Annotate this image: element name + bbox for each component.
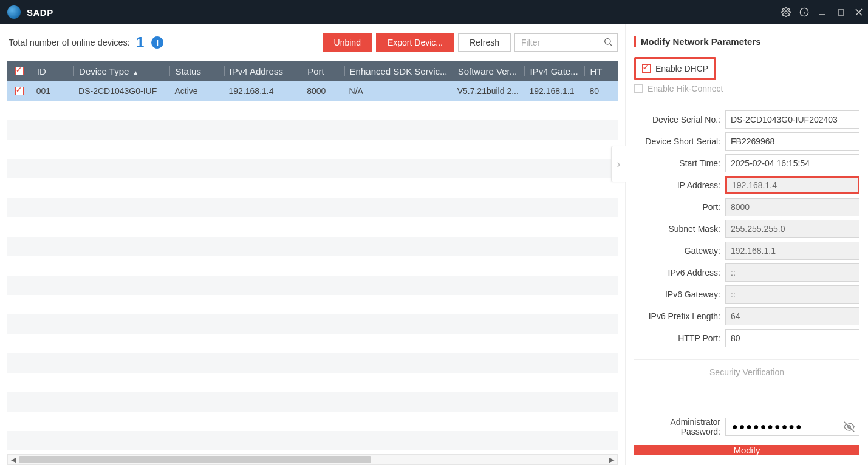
field-serial[interactable]: DS-2CD1043G0-IUF202403 [725, 110, 859, 129]
field-ipv6gw[interactable]: :: [725, 285, 859, 304]
label-port: Port: [634, 202, 725, 212]
empty-rows [7, 101, 618, 450]
label-ip: IP Address: [634, 180, 725, 190]
cell-gateway: 192.168.1.1 [524, 86, 584, 96]
enable-dhcp-label: Enable DHCP [655, 64, 708, 73]
row-checkbox[interactable] [7, 87, 32, 95]
header-sdk[interactable]: Enhanced SDK Servic... [344, 66, 453, 76]
enable-hik-checkbox[interactable] [634, 84, 643, 93]
scroll-thumb[interactable] [19, 456, 371, 463]
field-ipv6addr[interactable]: :: [725, 263, 859, 282]
security-verification-label: Security Verification [634, 359, 859, 377]
cell-sdk: N/A [344, 86, 453, 96]
table-header: ID Device Type▲ Status IPv4 Address Port… [7, 61, 618, 81]
horizontal-scrollbar[interactable]: ◀ ▶ [7, 454, 618, 465]
svg-rect-5 [838, 10, 844, 15]
cell-status: Active [169, 86, 224, 96]
admin-password-input[interactable] [725, 418, 859, 436]
modify-button[interactable]: Modify [634, 445, 859, 455]
modify-network-panel: Modify Network Parameters Enable DHCP En… [625, 24, 868, 465]
field-gateway[interactable]: 192.168.1.1 [725, 242, 859, 260]
app-title: SADP [27, 7, 53, 18]
minimize-icon[interactable] [813, 0, 832, 24]
table-row[interactable]: 001 DS-2CD1043G0-IUF Active 192.168.1.4 … [7, 81, 618, 101]
label-subnet: Subnet Mask: [634, 224, 725, 234]
toggle-password-visibility-icon[interactable] [844, 421, 855, 435]
scroll-left-icon[interactable]: ◀ [8, 456, 19, 464]
svg-line-9 [610, 44, 612, 46]
app-logo-icon [7, 5, 21, 19]
cell-ipv4: 192.168.1.4 [224, 86, 302, 96]
label-short-serial: Device Short Serial: [634, 137, 725, 146]
label-admin-password: Administrator Password: [634, 417, 725, 436]
header-ipv4[interactable]: IPv4 Address [224, 66, 302, 76]
cell-http: 80 [584, 86, 618, 96]
scroll-right-icon[interactable]: ▶ [606, 456, 617, 464]
cell-device-type: DS-2CD1043G0-IUF [73, 86, 169, 96]
info-icon[interactable] [795, 0, 813, 24]
panel-title: Modify Network Parameters [634, 36, 859, 47]
svg-point-0 [785, 11, 787, 13]
info-badge-icon[interactable]: i [151, 36, 163, 49]
label-ipv6plen: IPv6 Prefix Length: [634, 311, 725, 321]
total-devices-count: 1 [136, 34, 144, 51]
enable-dhcp-checkbox[interactable] [642, 64, 651, 73]
header-id[interactable]: ID [32, 66, 73, 76]
field-short-serial[interactable]: FB2269968 [725, 132, 859, 151]
search-icon[interactable] [603, 37, 613, 49]
export-device-button[interactable]: Export Devic... [376, 33, 454, 52]
total-devices-label: Total number of online devices: [9, 38, 130, 47]
settings-icon[interactable] [777, 0, 795, 24]
sort-asc-icon: ▲ [132, 69, 138, 76]
header-device-type[interactable]: Device Type▲ [73, 66, 169, 76]
label-httpport: HTTP Port: [634, 333, 725, 343]
unbind-button[interactable]: Unbind [323, 33, 372, 52]
panel-collapse-handle[interactable]: › [611, 146, 626, 182]
header-status[interactable]: Status [169, 66, 224, 76]
enable-hik-row: Enable Hik-Connect [634, 84, 859, 93]
header-gateway[interactable]: IPv4 Gate... [524, 66, 584, 76]
title-bar: SADP [0, 0, 868, 24]
device-table: ID Device Type▲ Status IPv4 Address Port… [7, 61, 618, 465]
header-swver[interactable]: Software Ver... [453, 66, 525, 76]
field-httpport[interactable]: 80 [725, 329, 859, 347]
field-ip[interactable]: 192.168.1.4 [725, 176, 859, 194]
svg-point-8 [605, 39, 610, 44]
label-serial: Device Serial No.: [634, 115, 725, 124]
header-port[interactable]: Port [302, 66, 344, 76]
label-gateway: Gateway: [634, 246, 725, 256]
field-ipv6plen[interactable]: 64 [725, 307, 859, 325]
label-ipv6addr: IPv6 Address: [634, 268, 725, 277]
device-list-pane: Total number of online devices: 1 i Unbi… [0, 24, 625, 465]
enable-hik-label: Enable Hik-Connect [648, 84, 723, 93]
label-ipv6gw: IPv6 Gateway: [634, 290, 725, 299]
cell-port: 8000 [302, 86, 344, 96]
header-http[interactable]: HT [584, 66, 618, 76]
cell-id: 001 [32, 86, 73, 96]
maximize-icon[interactable] [832, 0, 850, 24]
toolbar: Total number of online devices: 1 i Unbi… [0, 24, 625, 61]
enable-dhcp-highlight: Enable DHCP [634, 57, 716, 80]
label-start-time: Start Time: [634, 158, 725, 168]
close-icon[interactable] [850, 0, 868, 24]
refresh-button[interactable]: Refresh [458, 33, 511, 52]
filter-input[interactable] [514, 33, 618, 52]
field-start-time[interactable]: 2025-02-04 16:15:54 [725, 154, 859, 172]
field-port[interactable]: 8000 [725, 198, 859, 216]
cell-swver: V5.7.21build 2... [453, 86, 525, 96]
field-subnet[interactable]: 255.255.255.0 [725, 220, 859, 238]
header-checkbox[interactable] [7, 67, 32, 75]
